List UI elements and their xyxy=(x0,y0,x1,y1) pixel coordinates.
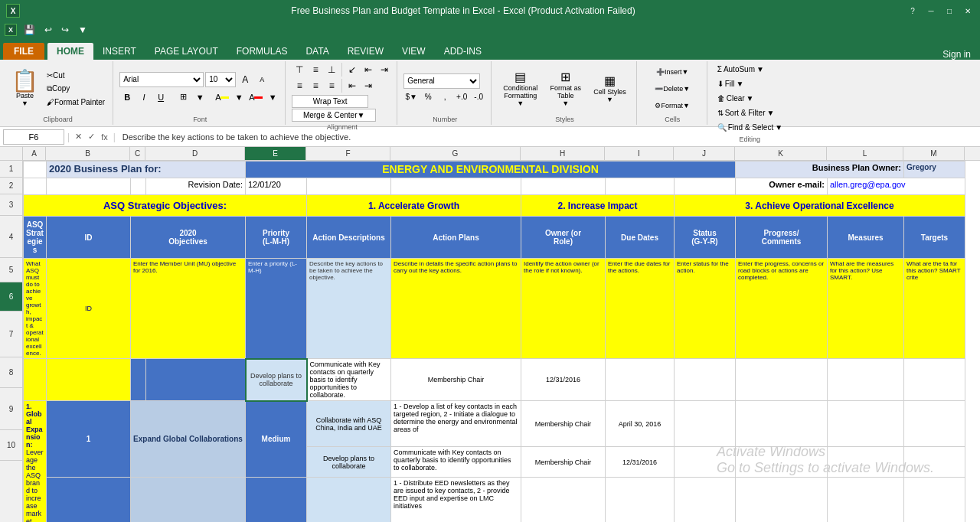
save-qa-button[interactable]: 💾 xyxy=(21,24,38,36)
cell-i7[interactable]: April 30, 2016 xyxy=(606,401,675,447)
col-header-g[interactable]: G xyxy=(390,147,521,160)
cell-b1[interactable]: 2020 Business Plan for: xyxy=(47,161,246,178)
col-header-m[interactable]: M xyxy=(903,147,965,160)
insert-cells-button[interactable]: ➕ Insert ▼ xyxy=(649,64,695,80)
cell-h7[interactable]: Membership Chair xyxy=(521,401,606,447)
cell-a5[interactable]: What ASQ must do to achieve growth, impa… xyxy=(24,259,47,359)
row-header-8[interactable]: 8 xyxy=(0,357,22,388)
align-left-button[interactable]: ≡ xyxy=(292,79,307,93)
row-header-6[interactable]: 6 xyxy=(0,282,22,312)
col-header-k[interactable]: K xyxy=(735,147,827,160)
bold-button[interactable]: B xyxy=(119,90,135,105)
cell-f4[interactable]: Action Descriptions xyxy=(307,217,391,259)
cell-e5[interactable]: Enter a priority (L-M-H) xyxy=(246,259,307,359)
font-size-select[interactable]: 10 xyxy=(205,72,236,87)
col-header-e[interactable]: E xyxy=(245,147,306,160)
col-header-f[interactable]: F xyxy=(306,147,390,160)
cancel-formula-button[interactable]: ✕ xyxy=(73,132,84,142)
file-tab[interactable]: FILE xyxy=(3,43,44,60)
wrap-text-button[interactable]: Wrap Text xyxy=(292,95,368,108)
col-header-a[interactable]: A xyxy=(23,147,46,160)
cell-k4[interactable]: Progress/Comments xyxy=(736,217,828,259)
cell-m5[interactable]: What are the ta for this action? SMART c… xyxy=(904,259,965,359)
addins-tab[interactable]: ADD-INS xyxy=(435,43,491,60)
col-header-d[interactable]: D xyxy=(145,147,245,160)
cell-e4[interactable]: Priority(L-M-H) xyxy=(246,217,307,259)
view-tab[interactable]: VIEW xyxy=(393,43,435,60)
cell-k7[interactable] xyxy=(736,401,828,447)
confirm-formula-button[interactable]: ✓ xyxy=(86,132,97,142)
row-header-9[interactable]: 9 xyxy=(0,388,22,430)
cell-l6[interactable] xyxy=(828,359,904,401)
cell-i9[interactable]: 12/31/2016 xyxy=(606,478,675,523)
cell-e2[interactable]: 12/01/20 xyxy=(246,178,307,195)
cell-m1[interactable]: Gregory xyxy=(904,161,965,178)
insert-tab[interactable]: INSERT xyxy=(93,43,145,60)
cell-a4[interactable]: ASQ Strategies xyxy=(24,217,47,259)
col-header-l[interactable]: L xyxy=(827,147,903,160)
percent-button[interactable]: % xyxy=(420,90,436,104)
align-center-button[interactable]: ≡ xyxy=(308,79,323,93)
cell-a3[interactable]: ASQ Strategic Objectives: xyxy=(24,195,307,217)
cell-k5[interactable]: Enter the progress, concerns or road blo… xyxy=(736,259,828,359)
cell-styles-dropdown[interactable]: ▼ xyxy=(606,96,613,103)
sort-filter-button[interactable]: ⇅ Sort & Filter ▼ xyxy=(714,106,786,119)
cell-h6[interactable]: 12/31/2016 xyxy=(521,359,606,401)
decimal-inc-button[interactable]: +.0 xyxy=(454,90,469,104)
minimize-button[interactable]: ─ xyxy=(925,5,937,17)
row-header-3[interactable]: 3 xyxy=(0,194,22,216)
cell-f8[interactable]: Develop plans to collaborate xyxy=(307,447,391,478)
cell-l8[interactable] xyxy=(828,447,904,478)
cell-c5[interactable]: Enter the Member Unit (MU) objective for… xyxy=(131,259,246,359)
clear-button[interactable]: 🗑 Clear ▼ xyxy=(714,92,786,105)
insert-cells-dropdown[interactable]: ▼ xyxy=(681,68,688,76)
col-header-b[interactable]: B xyxy=(46,147,130,160)
cell-j5[interactable]: Enter status for the action. xyxy=(675,259,736,359)
autosum-button[interactable]: Σ AutoSum ▼ xyxy=(714,63,786,76)
col-header-j[interactable]: J xyxy=(674,147,735,160)
cell-g8[interactable]: Communicate with Key contacts on quarter… xyxy=(391,447,521,478)
cell-m7[interactable] xyxy=(904,401,965,447)
cell-m4[interactable]: Targets xyxy=(904,217,965,259)
format-cells-dropdown[interactable]: ▼ xyxy=(683,102,690,109)
font-color-button[interactable]: A xyxy=(248,90,263,105)
formulas-tab[interactable]: FORMULAS xyxy=(227,43,297,60)
fill-color-dropdown[interactable]: ▼ xyxy=(231,90,247,105)
cell-l4[interactable]: Measures xyxy=(828,217,904,259)
row-header-5[interactable]: 5 xyxy=(0,258,22,282)
cell-h5[interactable]: Identify the action owner (or the role i… xyxy=(521,259,606,359)
cell-i2[interactable] xyxy=(606,178,675,195)
col-header-i[interactable]: I xyxy=(605,147,674,160)
sort-filter-dropdown[interactable]: ▼ xyxy=(766,109,774,117)
name-box[interactable] xyxy=(3,129,64,145)
indent-inc-button[interactable]: ⇥ xyxy=(377,63,392,77)
col-header-c[interactable]: C xyxy=(130,147,145,160)
sign-in-button[interactable]: Sign in xyxy=(942,49,977,60)
cell-c6[interactable] xyxy=(131,359,146,401)
row-header-7[interactable]: 7 xyxy=(0,312,22,357)
review-tab[interactable]: REVIEW xyxy=(338,43,393,60)
data-tab[interactable]: DATA xyxy=(296,43,338,60)
cell-h8[interactable]: Membership Chair xyxy=(521,447,606,478)
cell-g2[interactable] xyxy=(391,178,521,195)
merge-center-button[interactable]: Merge & Center ▼ xyxy=(292,109,376,122)
align-middle-button[interactable]: ≡ xyxy=(308,63,323,77)
cell-d6[interactable] xyxy=(146,359,246,401)
border-dropdown[interactable]: ▼ xyxy=(192,90,207,105)
decimal-dec-button[interactable]: -.0 xyxy=(471,90,486,104)
indent-dec-button[interactable]: ⇤ xyxy=(361,63,376,77)
cell-i8[interactable]: 12/31/2016 xyxy=(606,447,675,478)
cell-j2[interactable] xyxy=(675,178,736,195)
fill-color-button[interactable]: A xyxy=(214,90,230,105)
cell-g4[interactable]: Action Plans xyxy=(391,217,521,259)
row-header-1[interactable]: 1 xyxy=(0,161,22,178)
cell-m6[interactable] xyxy=(904,359,965,401)
cell-a7[interactable]: 1. Global Expansion:Leverage the ASQ bra… xyxy=(24,401,47,523)
cell-g6[interactable]: Membership Chair xyxy=(391,359,521,401)
cell-k1[interactable]: Business Plan Owner: xyxy=(736,161,904,178)
cell-d2[interactable]: Revision Date: xyxy=(146,178,246,195)
paste-dropdown[interactable]: ▼ xyxy=(21,100,28,107)
maximize-button[interactable]: □ xyxy=(943,5,956,17)
comma-button[interactable]: , xyxy=(437,90,452,104)
text-direction-button[interactable]: ↙ xyxy=(345,63,360,77)
